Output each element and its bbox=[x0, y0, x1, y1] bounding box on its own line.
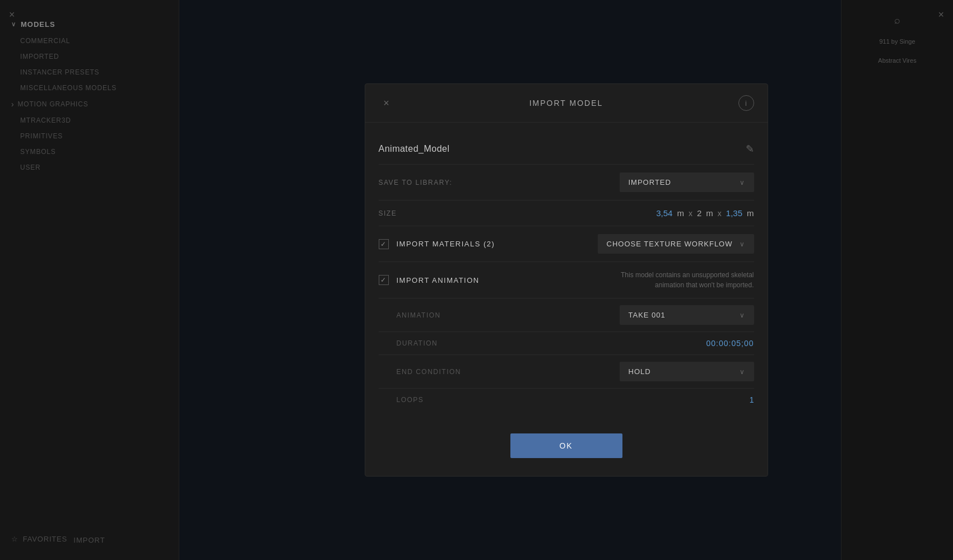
size-values: 3,54 m x 2 m x 1,35 m bbox=[656, 208, 754, 218]
size-sep-1: x bbox=[689, 209, 692, 218]
sidebar-item-commercial[interactable]: COMMERCIAL bbox=[0, 33, 179, 49]
models-label: MODELS bbox=[21, 20, 55, 29]
save-to-library-label: SAVE TO LIBRARY: bbox=[379, 179, 453, 186]
animation-chevron-icon: ∨ bbox=[740, 311, 745, 319]
end-condition-row: END CONDITION HOLD ∨ bbox=[379, 354, 754, 388]
end-condition-label: END CONDITION bbox=[397, 368, 462, 376]
ok-button[interactable]: OK bbox=[510, 433, 622, 458]
sidebar-item-imported[interactable]: IMPORTED bbox=[0, 49, 179, 64]
duration-row: DURATION 00:00:05;00 bbox=[379, 332, 754, 354]
modal-info-button[interactable]: i bbox=[738, 95, 754, 111]
size-x-unit: m bbox=[677, 208, 684, 218]
import-materials-checkbox[interactable] bbox=[379, 239, 389, 249]
sidebar-item-user[interactable]: USER bbox=[0, 160, 179, 175]
models-chevron-icon: ∨ bbox=[11, 21, 16, 28]
import-animation-row: IMPORT ANIMATION This model contains an … bbox=[379, 262, 754, 298]
modal-body: Animated_Model ✎ SAVE TO LIBRARY: IMPORT… bbox=[365, 123, 768, 424]
import-materials-label-group: IMPORT MATERIALS (2) bbox=[379, 239, 495, 249]
end-condition-value: HOLD bbox=[629, 367, 651, 376]
animation-label: ANIMATION bbox=[397, 311, 441, 319]
modal-close-button[interactable]: × bbox=[379, 95, 394, 111]
import-animation-label-group: IMPORT ANIMATION bbox=[379, 275, 480, 285]
animation-value: TAKE 001 bbox=[629, 311, 666, 319]
import-model-dialog: × IMPORT MODEL i Animated_Model ✎ SAVE T… bbox=[365, 83, 768, 477]
import-button[interactable]: IMPORT bbox=[0, 531, 179, 549]
import-animation-checkbox[interactable] bbox=[379, 275, 389, 285]
modal-title: IMPORT MODEL bbox=[394, 99, 738, 108]
duration-value: 00:00:05;00 bbox=[706, 339, 754, 348]
sidebar-item-instancer-presets[interactable]: INSTANCER PRESETS bbox=[0, 64, 179, 80]
modal-footer: OK bbox=[365, 424, 768, 476]
model-name-row: Animated_Model ✎ bbox=[379, 136, 754, 164]
modal-overlay: × IMPORT MODEL i Animated_Model ✎ SAVE T… bbox=[179, 0, 953, 560]
size-y-value: 2 bbox=[697, 208, 701, 218]
size-row: SIZE 3,54 m x 2 m x 1,35 m bbox=[379, 200, 754, 226]
animation-row: ANIMATION TAKE 001 ∨ bbox=[379, 298, 754, 332]
texture-workflow-chevron-icon: ∨ bbox=[740, 240, 745, 248]
models-header: ∨ MODELS bbox=[0, 11, 179, 33]
sidebar: × ∨ MODELS COMMERCIAL IMPORTED INSTANCER… bbox=[0, 0, 179, 560]
sidebar-item-motion-graphics[interactable]: MOTION GRAPHICS bbox=[0, 96, 179, 113]
sidebar-item-mtracker3d[interactable]: MTRACKER3D bbox=[0, 113, 179, 128]
loops-label: LOOPS bbox=[397, 396, 424, 404]
import-materials-row: IMPORT MATERIALS (2) CHOOSE TEXTURE WORK… bbox=[379, 226, 754, 262]
texture-workflow-dropdown[interactable]: CHOOSE TEXTURE WORKFLOW ∨ bbox=[598, 234, 754, 254]
sidebar-item-symbols[interactable]: SYMBOLS bbox=[0, 144, 179, 160]
save-library-chevron-icon: ∨ bbox=[740, 179, 745, 186]
size-z-value: 1,35 bbox=[726, 208, 742, 218]
main-viewport: × IMPORT MODEL i Animated_Model ✎ SAVE T… bbox=[179, 0, 953, 560]
end-condition-chevron-icon: ∨ bbox=[740, 368, 745, 376]
size-label: SIZE bbox=[379, 209, 397, 217]
size-x-value: 3,54 bbox=[656, 208, 672, 218]
texture-workflow-value: CHOOSE TEXTURE WORKFLOW bbox=[607, 240, 733, 248]
loops-value: 1 bbox=[750, 395, 754, 404]
save-to-library-row: SAVE TO LIBRARY: IMPORTED ∨ bbox=[379, 164, 754, 200]
duration-label: DURATION bbox=[397, 339, 438, 347]
import-animation-warning: This model contains an unsupported skele… bbox=[608, 270, 754, 290]
save-to-library-dropdown[interactable]: IMPORTED ∨ bbox=[620, 172, 754, 192]
animation-dropdown[interactable]: TAKE 001 ∨ bbox=[620, 305, 754, 325]
size-z-unit: m bbox=[747, 208, 754, 218]
modal-header: × IMPORT MODEL i bbox=[365, 84, 768, 123]
sidebar-close-icon[interactable]: × bbox=[9, 9, 15, 21]
save-to-library-value: IMPORTED bbox=[629, 178, 671, 186]
end-condition-dropdown[interactable]: HOLD ∨ bbox=[620, 362, 754, 381]
edit-name-icon[interactable]: ✎ bbox=[746, 143, 754, 155]
loops-row: LOOPS 1 bbox=[379, 388, 754, 411]
import-animation-label: IMPORT ANIMATION bbox=[397, 276, 480, 284]
import-materials-label: IMPORT MATERIALS (2) bbox=[397, 240, 495, 248]
sidebar-item-miscellaneous-models[interactable]: MISCELLANEOUS MODELS bbox=[0, 80, 179, 96]
size-y-unit: m bbox=[706, 208, 713, 218]
model-name: Animated_Model bbox=[379, 144, 450, 154]
sidebar-item-primitives[interactable]: PRIMITIVES bbox=[0, 128, 179, 144]
size-sep-2: x bbox=[718, 209, 722, 218]
